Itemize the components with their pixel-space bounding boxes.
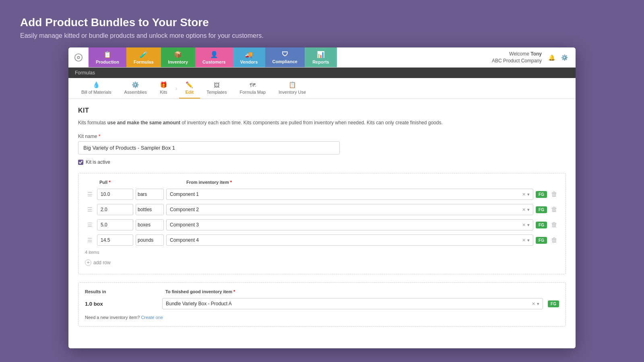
tab-formula-map-label: Formula Map xyxy=(239,90,266,95)
dropdown-arrow-2[interactable]: ▾ xyxy=(527,207,530,212)
from-dropdown-3[interactable]: Component 3 ✕ ▾ xyxy=(166,219,533,230)
pull-input-3[interactable] xyxy=(97,219,133,230)
new-inventory-note: Need a new inventory item? Create one xyxy=(85,315,559,320)
reports-icon: 📊 xyxy=(317,51,325,58)
tab-assemblies[interactable]: ⚙️ Assemblies xyxy=(118,78,153,99)
vendors-icon: 🚚 xyxy=(245,51,253,58)
unit-input-3[interactable] xyxy=(136,219,164,230)
nav-tab-vendors[interactable]: 🚚 Vendors xyxy=(233,47,265,67)
tab-bill-of-materials[interactable]: 💧 Bill of Materials xyxy=(75,78,118,99)
tab-templates[interactable]: 🖼 Templates xyxy=(200,78,233,99)
results-section: Results in To finished good inventory it… xyxy=(78,282,566,327)
clear-dropdown-1[interactable]: ✕ xyxy=(522,192,526,197)
pull-input-4[interactable] xyxy=(97,234,133,246)
delete-row-2[interactable]: 🗑 xyxy=(549,206,559,213)
drag-handle-2[interactable]: ☰ xyxy=(85,206,95,213)
tab-templates-label: Templates xyxy=(206,90,227,95)
nav-tab-formulas[interactable]: 🧪 Formulas xyxy=(126,47,161,67)
nav-tab-inventory-label: Inventory xyxy=(168,60,188,64)
tab-kits[interactable]: 🎁 Kits xyxy=(153,78,174,99)
nav-tab-production[interactable]: 📋 Production xyxy=(89,47,126,67)
nav-tab-vendors-label: Vendors xyxy=(240,60,258,64)
kit-active-checkbox[interactable] xyxy=(78,160,83,165)
nav-tab-customers[interactable]: 👤 Customers xyxy=(195,47,233,67)
tab-edit[interactable]: ✏️ Edit xyxy=(179,78,200,99)
nav-tabs: 📋 Production 🧪 Formulas 📦 Inventory 👤 Cu… xyxy=(89,47,485,67)
fg-badge-2[interactable]: FG xyxy=(536,206,547,213)
pull-header: Pull * xyxy=(99,180,152,185)
fg-badge-3[interactable]: FG xyxy=(536,222,547,228)
nav-tab-inventory[interactable]: 📦 Inventory xyxy=(161,47,196,67)
component-row-3: ☰ Component 3 ✕ ▾ FG 🗑 xyxy=(85,219,559,230)
tab-formula-map[interactable]: 🗺 Formula Map xyxy=(233,78,272,99)
svg-point-0 xyxy=(74,53,82,61)
delete-row-4[interactable]: 🗑 xyxy=(549,237,559,244)
compliance-icon: 🛡 xyxy=(282,51,288,58)
customers-icon: 👤 xyxy=(210,51,218,58)
component-row-2: ☰ Component 2 ✕ ▾ FG 🗑 xyxy=(85,204,559,215)
nav-tab-reports[interactable]: 📊 Reports xyxy=(305,47,337,67)
dropdown-arrow-1[interactable]: ▾ xyxy=(527,192,530,197)
inventory-icon: 📦 xyxy=(174,51,182,58)
to-finished-header: To finished good inventory item * xyxy=(165,289,559,294)
templates-icon: 🖼 xyxy=(214,82,220,88)
clear-finished-good[interactable]: ✕ xyxy=(532,301,535,306)
kit-description: Kits formulas use and make the same amou… xyxy=(78,119,566,126)
add-row-button[interactable]: + add row xyxy=(85,258,559,267)
tab-kits-label: Kits xyxy=(160,90,167,95)
plus-icon: + xyxy=(85,259,91,266)
nav-tab-compliance-label: Compliance xyxy=(272,59,297,64)
welcome-label: Welcome xyxy=(509,51,529,57)
clear-dropdown-3[interactable]: ✕ xyxy=(522,222,526,228)
bell-icon[interactable]: 🔔 xyxy=(547,53,556,62)
delete-row-1[interactable]: 🗑 xyxy=(549,191,559,198)
nav-tab-compliance[interactable]: 🛡 Compliance xyxy=(265,47,305,67)
formula-tabs: 💧 Bill of Materials ⚙️ Assemblies 🎁 Kits… xyxy=(68,78,576,99)
from-dropdown-2[interactable]: Component 2 ✕ ▾ xyxy=(166,204,533,215)
drag-handle-3[interactable]: ☰ xyxy=(85,222,95,228)
nav-tab-reports-label: Reports xyxy=(312,60,329,64)
unit-input-4[interactable] xyxy=(136,234,164,246)
user-name: Tony xyxy=(530,51,542,57)
dropdown-arrow-3[interactable]: ▾ xyxy=(527,222,530,228)
from-dropdown-1[interactable]: Component 1 ✕ ▾ xyxy=(166,189,533,200)
fg-badge-4[interactable]: FG xyxy=(536,237,547,244)
edit-icon: ✏️ xyxy=(186,81,193,88)
top-nav: 📋 Production 🧪 Formulas 📦 Inventory 👤 Cu… xyxy=(68,47,576,68)
unit-input-2[interactable] xyxy=(136,204,164,215)
pull-input-2[interactable] xyxy=(97,204,133,215)
clear-dropdown-4[interactable]: ✕ xyxy=(522,238,526,243)
dropdown-arrow-4[interactable]: ▾ xyxy=(527,238,530,243)
fg-badge-finished[interactable]: FG xyxy=(548,300,559,307)
kit-active-row: Kit is active xyxy=(78,159,566,165)
drag-handle-1[interactable]: ☰ xyxy=(85,191,95,197)
settings-icon[interactable]: ⚙️ xyxy=(559,53,569,62)
add-row-label: add row xyxy=(93,260,111,265)
finished-good-arrow[interactable]: ▾ xyxy=(537,301,539,306)
nav-logo xyxy=(68,47,89,67)
clear-dropdown-2[interactable]: ✕ xyxy=(522,207,526,212)
assemblies-icon: ⚙️ xyxy=(132,81,139,88)
pull-input-1[interactable] xyxy=(97,189,133,200)
nav-tab-formulas-label: Formulas xyxy=(134,60,154,64)
unit-input-1[interactable] xyxy=(136,189,164,200)
delete-row-3[interactable]: 🗑 xyxy=(549,221,559,228)
kit-name-label: Kit name * xyxy=(78,134,566,139)
page-header: Add Product Bundles to Your Store Easily… xyxy=(0,0,644,47)
kit-name-input[interactable] xyxy=(78,141,340,154)
finished-good-dropdown[interactable]: Bundle Variety Box - Product A ✕ ▾ xyxy=(162,298,543,309)
main-content: KIT Kits formulas use and make the same … xyxy=(68,99,576,348)
drag-handle-4[interactable]: ☰ xyxy=(85,237,95,243)
from-dropdown-4[interactable]: Component 4 ✕ ▾ xyxy=(166,234,533,246)
sub-header-breadcrumb: Formulas xyxy=(68,68,576,78)
create-inventory-link[interactable]: Create one xyxy=(141,315,163,320)
formula-map-icon: 🗺 xyxy=(250,82,256,88)
kit-active-label: Kit is active xyxy=(86,159,110,165)
tab-inventory-use[interactable]: 📋 Inventory Use xyxy=(272,78,312,99)
fg-badge-1[interactable]: FG xyxy=(536,191,547,198)
tab-separator: › xyxy=(174,85,179,92)
company-name: ABC Product Company xyxy=(492,58,542,64)
page-subtitle: Easily manage kitted or bundle products … xyxy=(20,32,624,39)
tab-bom-label: Bill of Materials xyxy=(81,90,111,95)
tab-assemblies-label: Assemblies xyxy=(124,90,147,95)
